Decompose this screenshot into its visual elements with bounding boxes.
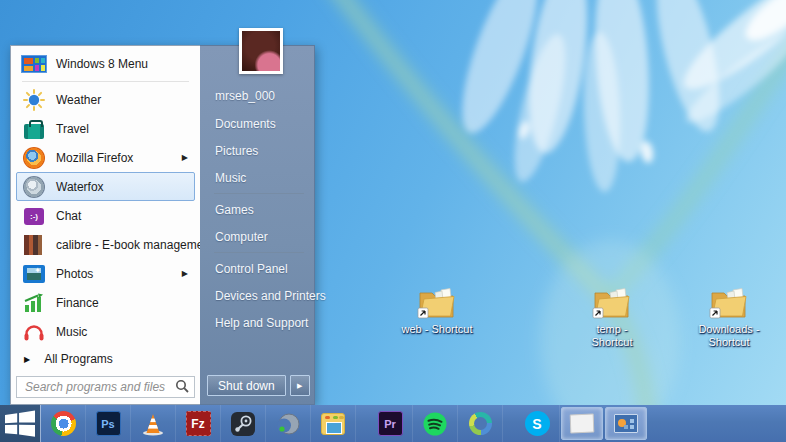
menu-item-label: Travel — [56, 122, 89, 136]
desktop: web - Shortcut temp - Shortcut Downloads… — [0, 0, 786, 442]
menu-item-label: Windows 8 Menu — [56, 57, 148, 71]
taskbar-app-color-ring[interactable] — [458, 405, 503, 442]
skype-icon: S — [525, 411, 550, 436]
shortcut-label: web - Shortcut — [395, 323, 479, 336]
menu-item-label: Photos — [56, 267, 93, 281]
shortcut-label: Downloads - Shortcut — [687, 323, 771, 349]
start-menu-left-panel: Windows 8 Menu Weather Travel — [10, 45, 200, 405]
menu-item-music[interactable]: Music — [16, 317, 195, 346]
menu-item-mozilla-firefox[interactable]: Mozilla Firefox ▶ — [16, 143, 195, 172]
menu-item-pictures[interactable]: Pictures — [200, 137, 314, 164]
menu-item-label: Mozilla Firefox — [56, 151, 133, 165]
windows8-tile-icon — [21, 52, 47, 76]
image-gallery-icon — [321, 413, 345, 435]
teamspeak-icon — [275, 411, 301, 437]
books-icon — [21, 233, 47, 257]
avatar-photo — [242, 31, 280, 71]
taskbar-app-display-settings[interactable] — [605, 407, 647, 440]
premiere-icon: Pr — [378, 411, 403, 436]
bar-chart-icon — [21, 291, 47, 315]
all-programs[interactable]: ▶ All Programs — [16, 346, 195, 372]
menu-item-travel[interactable]: Travel — [16, 114, 195, 143]
spotify-icon — [422, 411, 448, 437]
menu-item-control-panel[interactable]: Control Panel — [200, 255, 314, 282]
taskbar-app-premiere[interactable]: Pr — [368, 405, 413, 442]
daisy-petals — [447, 0, 786, 193]
firefox-icon — [21, 146, 47, 170]
taskbar-app-spotify[interactable] — [413, 405, 458, 442]
vlc-cone-icon — [140, 411, 166, 437]
menu-item-documents[interactable]: Documents — [200, 110, 314, 137]
submenu-arrow-icon: ▶ — [182, 153, 190, 162]
shutdown-options-arrow[interactable]: ▶ — [290, 375, 310, 396]
user-name[interactable]: mrseb_000 — [200, 82, 314, 110]
taskbar-app-steam[interactable] — [221, 405, 266, 442]
menu-item-label: Chat — [56, 209, 81, 223]
taskbar-app-vlc[interactable] — [131, 405, 176, 442]
shutdown-area: Shut down ▶ — [207, 375, 310, 396]
suitcase-icon — [21, 117, 47, 141]
chrome-icon — [51, 411, 76, 436]
user-avatar[interactable] — [239, 28, 283, 74]
menu-item-waterfox[interactable]: Waterfox — [16, 172, 195, 201]
menu-item-devices-printers[interactable]: Devices and Printers — [200, 282, 314, 309]
steam-icon — [230, 411, 256, 437]
taskbar-app-filezilla[interactable]: Fz — [176, 405, 221, 442]
menu-item-help-support[interactable]: Help and Support — [200, 309, 314, 336]
menu-item-label: Music — [56, 325, 87, 339]
folder-shortcut-icon — [591, 286, 633, 320]
display-settings-icon — [614, 414, 638, 433]
menu-item-label: Weather — [56, 93, 101, 107]
photoshop-icon: Ps — [96, 411, 121, 436]
shortcut-label: temp - Shortcut — [570, 323, 654, 349]
menu-divider — [22, 81, 189, 82]
menu-item-label: Waterfox — [56, 180, 104, 194]
photo-icon — [21, 262, 47, 286]
start-button[interactable] — [0, 405, 40, 442]
shutdown-button[interactable]: Shut down — [207, 375, 286, 396]
menu-item-weather[interactable]: Weather — [16, 85, 195, 114]
taskbar: Ps Fz — [0, 405, 786, 442]
shortcut-temp[interactable]: temp - Shortcut — [570, 286, 654, 349]
waterfox-globe-icon — [21, 175, 47, 199]
photo-viewer-icon — [570, 414, 595, 434]
search-area — [16, 376, 195, 398]
start-menu: Windows 8 Menu Weather Travel — [10, 45, 315, 405]
folder-shortcut-icon — [708, 286, 750, 320]
search-icon — [175, 379, 190, 398]
taskbar-app-skype[interactable]: S — [515, 405, 560, 442]
menu-divider — [214, 252, 304, 253]
all-programs-arrow-icon: ▶ — [24, 355, 30, 364]
menu-item-computer[interactable]: Computer — [200, 223, 314, 250]
menu-item-calibre[interactable]: calibre - E-book management — [16, 230, 195, 259]
menu-item-label: calibre - E-book management — [56, 238, 213, 252]
taskbar-app-chrome[interactable] — [41, 405, 86, 442]
all-programs-label: All Programs — [44, 352, 113, 366]
folder-shortcut-icon — [416, 286, 458, 320]
taskbar-app-image-gallery[interactable] — [311, 405, 356, 442]
color-ring-icon — [469, 412, 492, 435]
start-menu-right-panel: mrseb_000 Documents Pictures Music Games… — [200, 45, 315, 405]
search-input[interactable] — [16, 376, 195, 398]
menu-item-photos[interactable]: Photos ▶ — [16, 259, 195, 288]
taskbar-spacer — [503, 405, 515, 442]
shortcut-web[interactable]: web - Shortcut — [395, 286, 479, 336]
taskbar-app-photoshop[interactable]: Ps — [86, 405, 131, 442]
submenu-arrow-icon: ▶ — [182, 269, 190, 278]
menu-item-windows8-menu[interactable]: Windows 8 Menu — [16, 49, 195, 78]
taskbar-app-photo-viewer[interactable] — [561, 407, 603, 440]
menu-item-label: Finance — [56, 296, 99, 310]
menu-item-games[interactable]: Games — [200, 196, 314, 223]
taskbar-spacer — [356, 405, 368, 442]
taskbar-app-teamspeak[interactable] — [266, 405, 311, 442]
windows-logo-icon — [5, 410, 35, 437]
chat-bubble-icon: :-) — [21, 204, 47, 228]
menu-divider — [214, 193, 304, 194]
headphones-icon — [21, 320, 47, 344]
filezilla-icon: Fz — [186, 411, 211, 436]
menu-item-music-library[interactable]: Music — [200, 164, 314, 191]
menu-item-chat[interactable]: :-) Chat — [16, 201, 195, 230]
menu-item-finance[interactable]: Finance — [16, 288, 195, 317]
shortcut-downloads[interactable]: Downloads - Shortcut — [687, 286, 771, 349]
sun-icon — [21, 88, 47, 112]
